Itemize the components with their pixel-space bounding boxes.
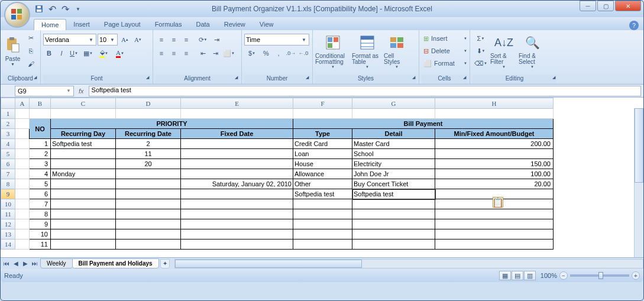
cell-G4[interactable]: Master Card — [352, 139, 435, 149]
undo-icon[interactable]: ↶ — [47, 4, 57, 14]
cell-G14[interactable] — [352, 239, 435, 250]
cell-C12[interactable] — [51, 219, 116, 229]
row-header-3[interactable]: 3 — [1, 129, 15, 139]
help-icon[interactable]: ? — [629, 21, 639, 30]
zoom-out-button[interactable]: − — [559, 271, 568, 280]
find-select-button[interactable]: 🔍 Find & Select▼ — [519, 31, 546, 70]
cell-B11[interactable]: 8 — [30, 209, 51, 219]
cell-B12[interactable]: 9 — [30, 219, 51, 229]
cell-H4[interactable]: 200.00 — [435, 139, 554, 149]
cell-F6[interactable]: House — [293, 159, 352, 169]
cell-H11[interactable] — [435, 209, 554, 219]
align-bottom-icon[interactable]: ≡ — [180, 34, 192, 46]
cell-C13[interactable] — [51, 229, 116, 239]
cell-C14[interactable] — [51, 239, 116, 250]
cell-G8[interactable]: Buy Concert Ticket — [352, 179, 435, 189]
page-layout-view-icon[interactable]: ▤ — [512, 271, 523, 280]
cut-icon[interactable]: ✂ — [25, 32, 37, 44]
new-sheet-icon[interactable]: ✦ — [160, 259, 170, 268]
cell-F9[interactable]: Softpedia test — [293, 189, 352, 199]
tab-page-layout[interactable]: Page Layout — [97, 19, 148, 30]
cell-D11[interactable] — [116, 209, 181, 219]
cell-B14[interactable]: 11 — [30, 239, 51, 250]
cell-B4[interactable]: 1 — [30, 139, 51, 149]
minimize-button[interactable]: ─ — [580, 1, 596, 11]
normal-view-icon[interactable]: ▦ — [499, 271, 511, 280]
col-header-B[interactable]: B — [30, 98, 51, 109]
zoom-in-button[interactable]: + — [632, 271, 640, 280]
worksheet[interactable]: ABCDEFGH12 NO PRIORITY Bill Payment3Recu… — [1, 98, 554, 250]
cell-E8[interactable]: Saturday, January 02, 2010 — [181, 179, 293, 189]
cell-B9[interactable]: 6 — [30, 189, 51, 199]
format-painter-icon[interactable]: 🖌 — [25, 58, 37, 70]
col-header-C[interactable]: C — [51, 98, 116, 109]
align-left-icon[interactable]: ≡ — [156, 47, 167, 59]
cell-C10[interactable] — [51, 199, 116, 209]
delete-cells-button[interactable]: ⊟Delete▼ — [423, 45, 468, 57]
percent-icon[interactable]: % — [260, 47, 272, 59]
sheet-tab-bill-payment-and-holidays[interactable]: Bill Payment and Holidays — [72, 258, 159, 268]
cell-H5[interactable] — [435, 149, 554, 159]
row-header-6[interactable]: 6 — [1, 159, 15, 169]
cell-E13[interactable] — [181, 229, 293, 239]
col-header-A[interactable]: A — [15, 98, 30, 109]
cell-D6[interactable]: 20 — [116, 159, 181, 169]
tab-insert[interactable]: Insert — [66, 19, 97, 30]
cell-H6[interactable]: 150.00 — [435, 159, 554, 169]
cell-H7[interactable]: 100.00 — [435, 169, 554, 179]
row-header-4[interactable]: 4 — [1, 139, 15, 149]
fill-icon[interactable]: ⬇▼ — [474, 45, 488, 57]
zoom-thumb[interactable] — [598, 272, 603, 279]
row-header-10[interactable]: 10 — [1, 199, 15, 209]
cell-G10[interactable] — [352, 199, 435, 209]
sheet-tab-weekly[interactable]: Weekly — [40, 258, 73, 268]
autosum-icon[interactable]: Σ▼ — [474, 33, 488, 44]
col-header-D[interactable]: D — [116, 98, 181, 109]
cell-F8[interactable]: Other — [293, 179, 352, 189]
row-header-1[interactable]: 1 — [1, 109, 15, 119]
number-format-combo[interactable]: Time▼ — [244, 34, 309, 46]
cell-C11[interactable] — [51, 209, 116, 219]
paste-button[interactable]: Paste ▼ — [3, 31, 22, 70]
cell-D13[interactable] — [116, 229, 181, 239]
align-center-icon[interactable]: ≡ — [168, 47, 180, 59]
cell-D5[interactable]: 11 — [116, 149, 181, 159]
cell-G11[interactable] — [352, 209, 435, 219]
cell-B8[interactable]: 5 — [30, 179, 51, 189]
office-button[interactable] — [4, 2, 30, 28]
cell-E14[interactable] — [181, 239, 293, 250]
cell-D9[interactable] — [116, 189, 181, 199]
formula-input[interactable]: Softpedia test — [89, 86, 641, 96]
tab-data[interactable]: Data — [189, 19, 216, 30]
cell-styles-button[interactable]: Cell Styles▼ — [384, 31, 410, 70]
horizontal-scrollbar[interactable] — [174, 259, 643, 268]
merge-center-icon[interactable]: ⬜▼ — [222, 47, 236, 59]
cell-C6[interactable] — [51, 159, 116, 169]
vscroll-thumb[interactable] — [635, 108, 643, 183]
shrink-font-icon[interactable]: A▾ — [132, 34, 144, 46]
redo-icon[interactable]: ↷ — [60, 4, 70, 14]
cell-G13[interactable] — [352, 229, 435, 239]
col-header-G[interactable]: G — [352, 98, 435, 109]
cell-E4[interactable] — [181, 139, 293, 149]
cell-F10[interactable] — [293, 199, 352, 209]
cell-G9[interactable]: Softpedia test — [352, 189, 435, 199]
font-size-combo[interactable]: 10▼ — [98, 34, 118, 46]
cell-E7[interactable] — [181, 169, 293, 179]
cell-F11[interactable] — [293, 209, 352, 219]
cell-F13[interactable] — [293, 229, 352, 239]
first-sheet-icon[interactable]: ⏮ — [2, 259, 11, 268]
cell-G6[interactable]: Electricity — [352, 159, 435, 169]
sort-filter-button[interactable]: A↓Z Sort & Filter▼ — [490, 31, 517, 70]
font-color-button[interactable]: A▼ — [112, 47, 128, 59]
col-header-F[interactable]: F — [293, 98, 352, 109]
cell-B6[interactable]: 3 — [30, 159, 51, 169]
comma-icon[interactable]: , — [273, 47, 284, 59]
orientation-icon[interactable]: ⟳▼ — [197, 34, 209, 46]
next-sheet-icon[interactable]: ▶ — [21, 259, 30, 268]
insert-cells-button[interactable]: ⊞Insert▼ — [423, 33, 468, 44]
cell-F12[interactable] — [293, 219, 352, 229]
row-header-14[interactable]: 14 — [1, 239, 15, 250]
wrap-text-icon[interactable]: ⇥ — [209, 34, 224, 46]
page-break-view-icon[interactable]: ▥ — [524, 271, 536, 280]
